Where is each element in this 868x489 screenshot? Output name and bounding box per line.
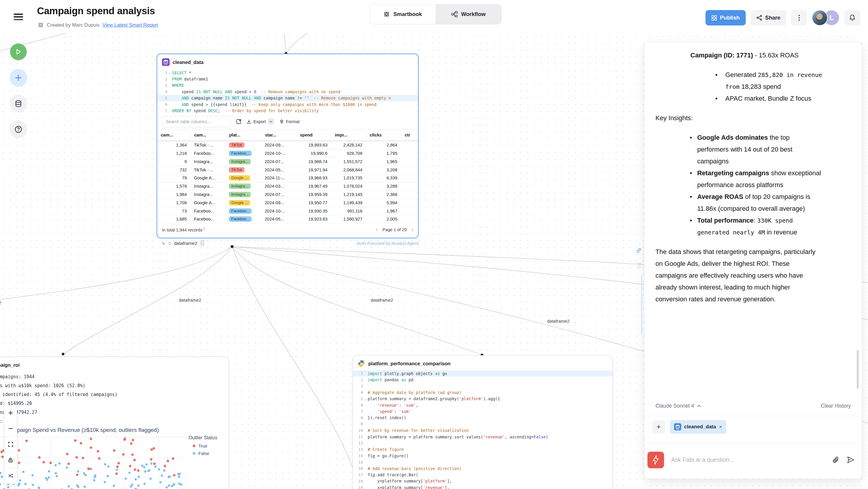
code-line[interactable]: 17fig.add_trace(go.Bar( bbox=[353, 471, 613, 478]
column-header[interactable]: clicks bbox=[366, 132, 401, 138]
zoom-out-button[interactable] bbox=[4, 421, 17, 437]
view-smart-report-link[interactable]: View Latest Smart Report bbox=[102, 22, 158, 28]
export-button[interactable]: Export bbox=[247, 118, 274, 125]
node-campaign-roi[interactable]: campaign_roi Total campaigns: 1944Campai… bbox=[0, 357, 229, 489]
code-line[interactable]: 14fig = go.Figure() bbox=[353, 453, 613, 459]
node-platform-performance[interactable]: platform_performance_comparison 1import … bbox=[352, 355, 613, 489]
share-button[interactable]: Share bbox=[750, 10, 786, 26]
sql-code-editor[interactable]: 1⌄SELECT *2FROM dataframe13WHERE4 spend … bbox=[157, 69, 418, 114]
column-header[interactable]: cam... bbox=[157, 132, 190, 138]
column-header[interactable]: ctr bbox=[401, 132, 418, 138]
code-line[interactable]: 3 bbox=[353, 383, 613, 389]
code-line[interactable]: 9 bbox=[353, 421, 613, 427]
python-code-editor[interactable]: 1import plotly.graph_objects as go2impor… bbox=[353, 370, 613, 489]
code-line[interactable]: 7 'spend': 'sum' bbox=[353, 408, 613, 415]
column-header[interactable]: cam... bbox=[190, 132, 225, 138]
atom-icon bbox=[383, 11, 390, 18]
table-row[interactable]: 732TikTok - ...TikTok2024-05...19,971.94… bbox=[157, 166, 418, 174]
info-icon[interactable]: ⓘ bbox=[202, 227, 205, 230]
zoom-in-button[interactable] bbox=[4, 405, 17, 421]
code-line[interactable]: 1⌄SELECT * bbox=[157, 69, 418, 76]
expand-table-button[interactable] bbox=[236, 119, 241, 124]
clear-history-button[interactable]: Clear History bbox=[821, 403, 851, 409]
code-line[interactable]: 19 x=platform_summary['revenue'], bbox=[353, 484, 613, 489]
code-line[interactable]: 8}).reset_index() bbox=[353, 415, 613, 421]
legend-item-true[interactable]: True bbox=[193, 444, 217, 449]
context-chip-cleaned-data[interactable]: SQL cleaned_data × bbox=[670, 420, 726, 434]
tab-smartbook[interactable]: Smartbook bbox=[370, 4, 435, 24]
output-drag-handle[interactable] bbox=[200, 240, 205, 246]
table-row[interactable]: 1,984Instagra...Instagra...2024-07...19,… bbox=[157, 191, 418, 199]
legend-item-false[interactable]: False bbox=[193, 451, 217, 456]
panel-resize-indicator[interactable] bbox=[641, 275, 642, 334]
format-button[interactable]: Format bbox=[279, 119, 300, 124]
code-line[interactable]: 11platform_summary = platform_summary.so… bbox=[353, 434, 613, 440]
code-line[interactable]: 4# Aggregate data by platform (ad group) bbox=[353, 389, 613, 395]
scatter-plot[interactable] bbox=[0, 437, 186, 489]
run-workflow-button[interactable] bbox=[10, 43, 27, 60]
code-line[interactable]: 7ORDER BY spend DESC; -- Order by spend … bbox=[157, 108, 418, 114]
publish-button[interactable]: Publish bbox=[706, 10, 746, 26]
column-header[interactable]: spend bbox=[296, 132, 331, 138]
mode-toggle[interactable]: Smartbook Workflow bbox=[369, 4, 501, 24]
code-line[interactable]: 6 'revenue': 'sum', bbox=[353, 402, 613, 408]
code-line[interactable]: 3WHERE bbox=[157, 82, 418, 89]
fit-view-button[interactable] bbox=[4, 437, 17, 452]
ask-question-input[interactable] bbox=[671, 456, 825, 463]
code-line[interactable]: 10# Sort by revenue for better visualiza… bbox=[353, 427, 613, 434]
canvas-controls[interactable] bbox=[4, 405, 17, 484]
help-button[interactable] bbox=[9, 120, 27, 138]
table-row[interactable]: 1,364TikTok - ...TikTok2024-09...19,993.… bbox=[157, 141, 418, 150]
table-row[interactable]: 1,578Instagra...Instagra...2024-03...19,… bbox=[157, 182, 418, 191]
table-row[interactable]: 1,685Faceboo...Faceboo...2024-05...19,92… bbox=[157, 215, 418, 223]
chart-legend[interactable]: Outlier Status True False bbox=[189, 435, 217, 458]
next-page-button[interactable]: › bbox=[411, 226, 413, 233]
table-row[interactable]: 1,218Faceboo...Faceboo...2024-10-...19,9… bbox=[157, 150, 418, 158]
model-selector[interactable]: Claude Sonnet 4 bbox=[655, 403, 701, 409]
output-dataframe-label[interactable]: dataframe2 bbox=[174, 241, 197, 246]
node-cleaned-data[interactable]: SQL cleaned_data 1⌄SELECT *2FROM datafra… bbox=[157, 54, 418, 238]
add-context-button[interactable]: + bbox=[652, 420, 665, 433]
code-line[interactable]: 15 bbox=[353, 459, 613, 465]
code-line[interactable]: 16# Add revenue bars (positive direction… bbox=[353, 465, 613, 471]
response-bullet-list: Generated 285,820 in revenue from 18,283… bbox=[715, 69, 823, 104]
panel-link-icon[interactable] bbox=[636, 247, 642, 253]
search-input[interactable] bbox=[162, 116, 231, 127]
code-line[interactable]: 2import pandas as pd bbox=[353, 376, 613, 383]
lock-button[interactable] bbox=[4, 452, 17, 468]
panel-scrollbar[interactable] bbox=[857, 350, 859, 389]
add-node-button[interactable] bbox=[9, 69, 27, 87]
send-button[interactable] bbox=[847, 456, 855, 464]
menu-icon[interactable] bbox=[13, 12, 23, 21]
code-line[interactable]: 5⌄platform_summary = dataframe2.groupby(… bbox=[353, 396, 613, 402]
column-header[interactable]: impr... bbox=[331, 132, 366, 138]
shuffle-layout-button[interactable] bbox=[4, 468, 17, 484]
export-chevron[interactable] bbox=[268, 118, 274, 125]
remove-chip-icon[interactable]: × bbox=[719, 424, 722, 430]
table-row[interactable]: 9Instagra...Instagra...2024-07...19,988.… bbox=[157, 157, 418, 166]
prev-page-button[interactable]: ‹ bbox=[376, 226, 378, 233]
code-line[interactable]: 12 bbox=[353, 440, 613, 446]
code-line[interactable]: 6 AND spend > {{spend_limit}} -- Keep on… bbox=[157, 101, 418, 108]
code-line[interactable]: 5 AND campaign_name IS NOT NULL AND camp… bbox=[157, 95, 418, 101]
notifications-button[interactable] bbox=[844, 10, 860, 26]
data-sources-button[interactable] bbox=[9, 95, 27, 113]
avatar-photo[interactable] bbox=[812, 10, 828, 26]
edge-label: dataframe2 bbox=[371, 298, 393, 303]
code-line[interactable]: 2FROM dataframe1 bbox=[157, 76, 418, 82]
column-header[interactable]: star... bbox=[261, 132, 296, 138]
code-line[interactable]: 1import plotly.graph_objects as go bbox=[353, 370, 613, 376]
table-row[interactable]: 1,708Google A...Google ...2024-09...19,9… bbox=[157, 198, 418, 207]
code-line[interactable]: 4 spend IS NOT NULL AND spend > 0 -- Rem… bbox=[157, 89, 418, 95]
result-table[interactable]: cam...cam...plat...star...spendimpr...cl… bbox=[157, 129, 418, 223]
panel-drag-handle[interactable] bbox=[637, 262, 641, 268]
column-header[interactable]: plat... bbox=[225, 132, 261, 138]
code-line[interactable]: 18 y=platform_summary['platform'], bbox=[353, 478, 613, 484]
table-row[interactable]: 73Faceboo...Faceboo...2024-10-...19,930.… bbox=[157, 207, 418, 215]
attach-file-button[interactable] bbox=[833, 456, 840, 464]
node-title: platform_performance_comparison bbox=[368, 361, 451, 366]
code-line[interactable]: 13# Create figure bbox=[353, 447, 613, 453]
table-row[interactable]: 79Google A...Google ...2024-11-...19,968… bbox=[157, 174, 418, 182]
tab-workflow[interactable]: Workflow bbox=[435, 4, 501, 24]
more-options-button[interactable] bbox=[791, 10, 807, 26]
